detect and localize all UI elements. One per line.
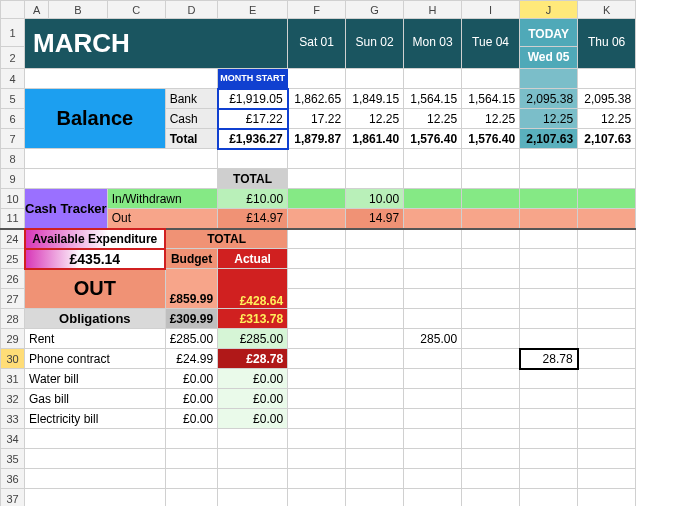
total-label: TOTAL [218, 169, 288, 189]
available-amount: £435.14 [25, 249, 166, 269]
row-32[interactable]: 32 [1, 389, 25, 409]
cell[interactable]: £0.00 [165, 369, 217, 389]
row-24[interactable]: 24 [1, 229, 25, 249]
cell[interactable]: 285.00 [404, 329, 462, 349]
cell[interactable]: 17.22 [288, 109, 346, 129]
budget-header: Budget [165, 249, 217, 269]
row-36[interactable]: 36 [1, 469, 25, 489]
spreadsheet[interactable]: A B C D E F G H I J K 1 MARCH Sat 01 Sun… [0, 0, 636, 506]
row-5[interactable]: 5 [1, 89, 25, 109]
cell[interactable]: 1,879.87 [288, 129, 346, 149]
cell[interactable]: £0.00 [218, 389, 288, 409]
col-D[interactable]: D [165, 1, 217, 19]
col-E[interactable]: E [218, 1, 288, 19]
cell[interactable]: £14.97 [218, 209, 288, 229]
row-27[interactable]: 27 [1, 289, 25, 309]
cell[interactable]: 2,095.38 [520, 89, 578, 109]
cell[interactable]: 12.25 [520, 109, 578, 129]
balance-label: Balance [25, 89, 166, 149]
cash-tracker-label: Cash Tracker [25, 189, 108, 229]
row-37[interactable]: 37 [1, 489, 25, 507]
day-header: Mon 03 [404, 35, 461, 53]
row-26[interactable]: 26 [1, 269, 25, 289]
item-name[interactable]: Rent [25, 329, 166, 349]
in-withdrawn-label: In/Withdrawn [107, 189, 217, 209]
cell[interactable]: 2,107.63 [520, 129, 578, 149]
col-J[interactable]: J [520, 1, 578, 19]
obligations-actual: £313.78 [218, 309, 288, 329]
out-section-label: OUT [25, 269, 166, 309]
day-header: Sun 02 [346, 35, 403, 53]
cell[interactable]: £0.00 [218, 369, 288, 389]
obligations-budget: £309.99 [165, 309, 217, 329]
cell[interactable]: 12.25 [462, 109, 520, 129]
balance-row-label: Bank [165, 89, 217, 109]
obligations-label: Obligations [25, 309, 166, 329]
cell[interactable]: 2,095.38 [578, 89, 636, 109]
item-name[interactable]: Water bill [25, 369, 166, 389]
item-name[interactable]: Electricity bill [25, 409, 166, 429]
row-10[interactable]: 10 [1, 189, 25, 209]
cell[interactable]: 1,861.40 [346, 129, 404, 149]
cell[interactable]: £1,936.27 [218, 129, 288, 149]
cell[interactable]: £28.78 [218, 349, 288, 369]
day-header: Thu 06 [578, 35, 635, 53]
cell[interactable]: 2,107.63 [578, 129, 636, 149]
row-34[interactable]: 34 [1, 429, 25, 449]
cell[interactable]: 1,564.15 [404, 89, 462, 109]
cell[interactable]: 12.25 [578, 109, 636, 129]
cell[interactable]: £17.22 [218, 109, 288, 129]
item-name[interactable]: Phone contract [25, 349, 166, 369]
col-B[interactable]: B [49, 1, 107, 19]
day-header-today: Wed 05 [520, 50, 577, 68]
out-total-label: TOTAL [165, 229, 287, 249]
cell[interactable]: £0.00 [218, 409, 288, 429]
row-8[interactable]: 8 [1, 149, 25, 169]
actual-total: £428.64 [218, 269, 288, 309]
cell[interactable]: £1,919.05 [218, 89, 288, 109]
row-35[interactable]: 35 [1, 449, 25, 469]
row-2[interactable]: 2 [1, 47, 25, 69]
today-label: TODAY [520, 19, 578, 47]
day-header: Sat 01 [288, 35, 345, 53]
row-28[interactable]: 28 [1, 309, 25, 329]
cell[interactable]: £285.00 [165, 329, 217, 349]
col-C[interactable]: C [107, 1, 165, 19]
item-name[interactable]: Gas bill [25, 389, 166, 409]
row-25[interactable]: 25 [1, 249, 25, 269]
cell[interactable]: £0.00 [165, 389, 217, 409]
col-G[interactable]: G [346, 1, 404, 19]
cell[interactable]: £0.00 [165, 409, 217, 429]
cell[interactable]: 10.00 [346, 189, 404, 209]
col-A[interactable]: A [25, 1, 49, 19]
col-I[interactable]: I [462, 1, 520, 19]
row-1[interactable]: 1 [1, 19, 25, 47]
cell[interactable]: 1,576.40 [404, 129, 462, 149]
row-29[interactable]: 29 [1, 329, 25, 349]
col-F[interactable]: F [288, 1, 346, 19]
cell[interactable]: 1,849.15 [346, 89, 404, 109]
row-11[interactable]: 11 [1, 209, 25, 229]
balance-row-label: Cash [165, 109, 217, 129]
cell[interactable]: £24.99 [165, 349, 217, 369]
row-7[interactable]: 7 [1, 129, 25, 149]
active-cell[interactable]: 28.78 [520, 349, 578, 369]
cell[interactable]: 14.97 [346, 209, 404, 229]
col-H[interactable]: H [404, 1, 462, 19]
cell[interactable]: 1,576.40 [462, 129, 520, 149]
cell[interactable]: £10.00 [218, 189, 288, 209]
cell[interactable]: 1,564.15 [462, 89, 520, 109]
row-9[interactable]: 9 [1, 169, 25, 189]
cell[interactable]: 12.25 [346, 109, 404, 129]
row-30[interactable]: 30 [1, 349, 25, 369]
row-31[interactable]: 31 [1, 369, 25, 389]
row-4[interactable]: 4 [1, 69, 25, 89]
month-start-label: MONTH START [218, 69, 288, 89]
cell[interactable]: 12.25 [404, 109, 462, 129]
row-6[interactable]: 6 [1, 109, 25, 129]
available-expenditure-label: Available Expenditure [25, 229, 166, 249]
cell[interactable]: 1,862.65 [288, 89, 346, 109]
col-K[interactable]: K [578, 1, 636, 19]
cell[interactable]: £285.00 [218, 329, 288, 349]
row-33[interactable]: 33 [1, 409, 25, 429]
